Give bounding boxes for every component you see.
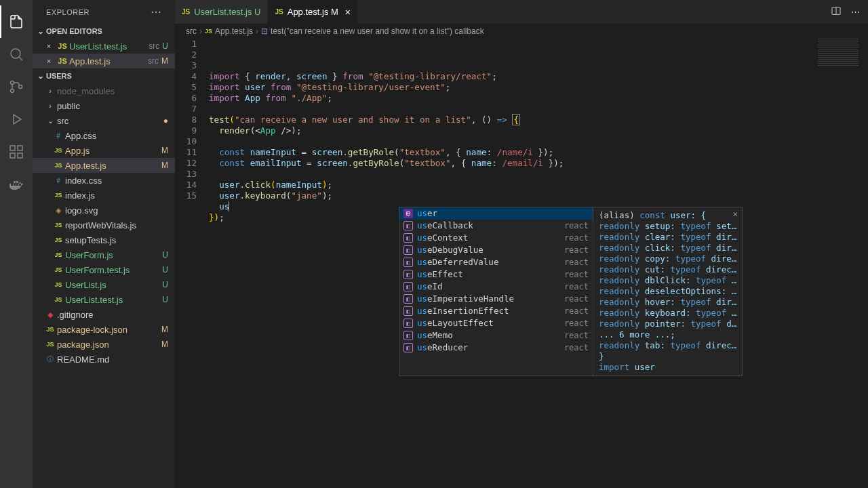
breadcrumb-part[interactable]: test("can receive a new user and show it… [271,26,484,36]
file-item[interactable]: # App.css [33,128,175,143]
local-icon: ⊞ [403,209,413,218]
editor-tab[interactable]: JS App.test.js M × [268,0,358,24]
suggestion-item[interactable]: ⊞ user [399,207,593,220]
file-item[interactable]: # index.css [33,173,175,188]
item-name: index.css [65,176,168,186]
file-item[interactable]: JS App.js M [33,143,175,158]
method-icon: ◧ [403,306,413,316]
file-item[interactable]: JS index.js [33,188,175,203]
debug-icon[interactable] [0,103,33,136]
detail-line: readonly copy: typeof dire… [599,253,736,264]
suggestion-item[interactable]: ◧ useEffect react [399,268,593,281]
method-icon: ◧ [403,331,413,340]
detail-line: readonly pointer: typeof d… [599,319,736,329]
suggestion-item[interactable]: ◧ useContext react [399,232,593,244]
split-editor-icon[interactable] [831,5,842,18]
search-icon[interactable] [0,38,33,70]
suggestion-item[interactable]: ◧ useDeferredValue react [399,256,593,268]
suggestion-item[interactable]: ◧ useMemo react [399,329,593,342]
project-header[interactable]: ⌄ USERS [33,68,175,83]
chevron-right-icon: › [43,87,57,95]
file-item[interactable]: JS package-lock.json M [33,322,175,337]
open-editors-tree: × JS UserList.test.js src U × JS App.tes… [33,39,175,68]
git-status-badge: M [161,56,168,66]
item-name: App.css [65,131,168,141]
file-item[interactable]: JS reportWebVitals.js [33,218,175,232]
suggestion-item[interactable]: ◧ useId react [399,281,593,293]
item-name: UserList.js [65,280,159,290]
line-gutter: 123456789101112131415 [175,39,209,488]
suggestion-label: useDeferredValue [417,257,560,268]
editor-tab[interactable]: JS UserList.test.js U [175,0,268,24]
suggestion-list[interactable]: ⊞ user ◧ useCallback react◧ useContext r… [399,207,593,375]
git-status-badge: M [161,325,168,334]
file-item[interactable]: JS UserForm.js U [33,247,175,262]
source-control-icon[interactable] [0,70,33,103]
js-file-icon: JS [52,251,65,258]
detail-line: readonly dblClick: typeof … [599,275,736,286]
svg-point-1 [11,81,14,85]
file-item[interactable]: JS App.test.js M [33,158,175,173]
suggestion-item[interactable]: ◧ useLayoutEffect react [399,317,593,329]
close-icon[interactable]: × [345,7,351,18]
file-item[interactable]: JS setupTests.js [33,232,175,247]
open-editors-header[interactable]: ⌄ OPEN EDITORS [33,24,175,39]
tab-title: App.test.js M [288,7,338,17]
code-editor[interactable]: 123456789101112131415 import { render, s… [175,39,868,488]
chevron-down-icon: ⌄ [35,71,46,81]
js-file-icon: JS [52,266,65,273]
js-file-icon: JS [52,281,65,288]
suggestion-label: useDebugValue [417,245,560,256]
item-name: logo.svg [65,205,168,216]
git-file-icon: ◆ [43,310,57,319]
folder-item[interactable]: ⌄ src ● [33,113,175,128]
git-status-badge: U [162,265,168,274]
folder-item[interactable]: › node_modules [33,83,175,98]
breadcrumb-part[interactable]: App.test.js [215,26,253,36]
file-item[interactable]: JS UserForm.test.js U [33,262,175,277]
suggestion-item[interactable]: ◧ useReducer react [399,342,593,354]
breadcrumb[interactable]: src › JS App.test.js › ⊡ test("can recei… [175,24,868,39]
sidebar-more-icon[interactable]: ⋯ [151,5,162,18]
open-editor-item[interactable]: × JS UserList.test.js src U [33,39,175,54]
suggestion-label: useInsertionEffect [417,306,560,317]
js-file-icon: JS [52,147,65,154]
js-file-icon: JS [56,42,69,50]
extensions-icon[interactable] [0,136,33,168]
file-item[interactable]: ◈ logo.svg [33,203,175,218]
chevron-down-icon: ⌄ [35,26,46,36]
suggestion-source: react [564,342,589,353]
intellisense-popup[interactable]: ⊞ user ◧ useCallback react◧ useContext r… [399,207,743,376]
minimap[interactable] [818,39,859,66]
file-item[interactable]: JS UserList.test.js U [33,292,175,307]
svg-rect-5 [10,153,15,158]
suggestion-source: react [564,330,589,341]
file-item[interactable]: JS package.json M [33,337,175,352]
suggestion-source: react [564,232,589,243]
suggestion-item[interactable]: ◧ useInsertionEffect react [399,305,593,317]
suggestion-label: useMemo [417,330,560,341]
more-actions-icon[interactable]: ⋯ [851,7,860,17]
close-icon[interactable]: × [42,57,56,65]
open-editor-item[interactable]: × JS App.test.js src M [33,54,175,68]
close-icon[interactable]: × [42,42,56,50]
docker-icon[interactable] [0,168,33,201]
json-file-icon: JS [43,326,57,333]
file-item[interactable]: JS UserList.js U [33,277,175,292]
breadcrumb-part[interactable]: src [186,26,197,36]
suggestion-source: react [564,220,589,231]
file-item[interactable]: ⓘ README.md [33,352,175,367]
close-icon[interactable]: × [732,209,738,220]
js-file-icon: JS [56,57,69,65]
item-name: App.test.js [65,161,159,171]
suggestion-item[interactable]: ◧ useDebugValue react [399,244,593,256]
item-name: UserList.test.js [65,295,159,305]
folder-item[interactable]: › public [33,98,175,113]
suggestion-item[interactable]: ◧ useCallback react [399,220,593,232]
suggestion-item[interactable]: ◧ useImperativeHandle react [399,293,593,305]
svg-point-2 [11,89,14,93]
file-item[interactable]: ◆ .gitignore [33,307,175,322]
method-icon: ◧ [403,221,413,230]
explorer-icon[interactable] [0,5,33,38]
method-icon: ◧ [403,282,413,291]
